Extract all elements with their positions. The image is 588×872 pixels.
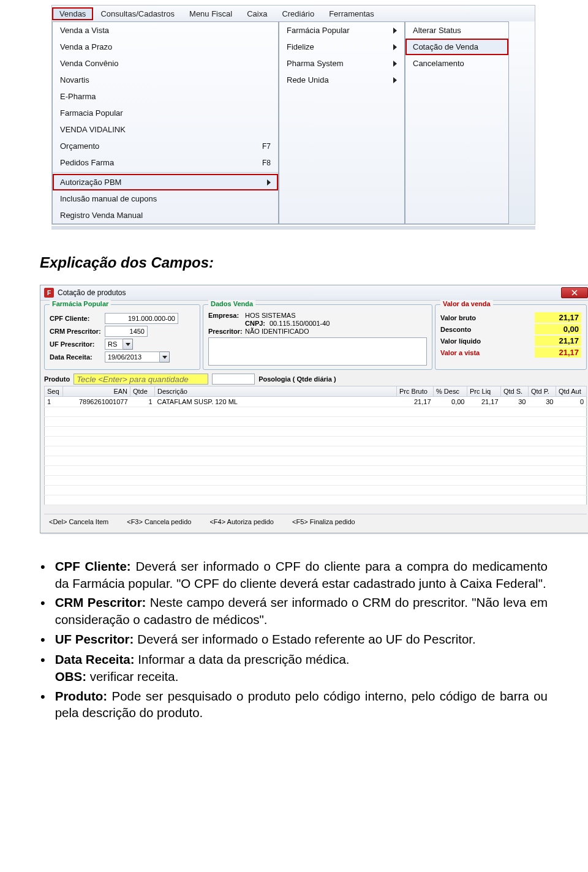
cell-qtd-aut: 0 [556,397,587,407]
window-bottom-edge [51,226,535,230]
menu-fiscal[interactable]: Menu Fiscal [182,7,239,20]
dd-label: Farmacia Popular [60,108,123,118]
group-legend: Dados Venda [208,300,255,307]
dd-label: Novartis [60,75,89,85]
obs-strong: OBS: [55,669,86,683]
dd-venda-prazo[interactable]: Venda a Prazo [53,39,278,55]
dd3-alterar-status[interactable]: Alterar Status [405,22,508,39]
close-button[interactable] [561,287,588,298]
label-liquido: Valor líquido [440,337,481,345]
bullet-strong: CRM Pescritor: [55,595,146,609]
textarea-obs[interactable] [208,337,427,366]
dd-venda-vidalink[interactable]: VENDA VIDALINK [53,121,278,138]
col-pct-desc: % Desc [434,386,467,397]
input-crm[interactable] [105,326,148,337]
chevron-down-icon [162,356,167,359]
dd2-fidelize[interactable]: Fidelize [279,39,404,55]
cell-ean: 7896261001077 [63,397,130,407]
dd2-rede-unida[interactable]: Rede Unida [279,72,404,88]
input-produto[interactable] [74,374,208,385]
table-row [45,466,587,476]
group-valor-venda: Valor da venda Valor bruto21,17 Desconto… [435,304,587,370]
hint-f3: <F3> Cancela pedido [127,518,191,525]
value-desconto: 0,00 [535,324,581,334]
bullet-item: • UF Pescritor: Deverá ser informado o E… [40,631,548,649]
table-row[interactable]: 1 7896261001077 1 CATAFLAM SUSP. 120 ML … [45,397,587,407]
menu-caixa[interactable]: Caixa [239,7,274,20]
chevron-down-icon [126,343,130,346]
bullet-icon: • [40,688,45,721]
dd-label: Venda a Prazo [60,42,112,51]
menu-ferramentas[interactable]: Ferramentas [322,7,382,20]
dd-label: Inclusão manual de cupons [60,194,157,203]
dd-epharma[interactable]: E-Pharma [53,88,278,105]
dd-autorizacao-pbm[interactable]: Autorização PBM [53,174,278,190]
menu-crediario[interactable]: Crediário [274,7,322,20]
dialog-footer: <Del> Cancela Item <F3> Cancela pedido <… [44,514,587,529]
label-avista: Valor a vista [440,349,480,356]
dd-label: Autorização PBM [60,178,121,187]
bullet-item: • CRM Pescritor: Neste campo deverá ser … [40,594,548,628]
table-row [45,417,587,427]
dd-registro-venda[interactable]: Registro Venda Manual [53,207,278,224]
dd-label: Venda a Vista [60,26,109,35]
group-dados-venda: Dados Venda Empresa: HOS SISTEMAS CNPJ: … [203,304,432,370]
dropdown-button[interactable] [123,339,133,350]
dd2-pharma-system[interactable]: Pharma System [279,55,404,72]
content-bullets: • CPF Cliente: Deverá ser informado o CP… [40,558,548,721]
dd-label: Registro Venda Manual [60,211,143,220]
dd-venda-vista[interactable]: Venda a Vista [53,22,278,39]
bullet-item: • CPF Cliente: Deverá ser informado o CP… [40,558,548,592]
section-heading: Explicação dos Campos: [40,254,588,271]
dd-inclusao-cupons[interactable]: Inclusão manual de cupons [53,190,278,207]
dd-venda-convenio[interactable]: Venda Convênio [53,55,278,72]
dropdown-button[interactable] [160,351,170,363]
bullet-text: Pode ser pesquisado o produto pelo códig… [55,689,548,720]
label-empresa: Empresa: [208,312,245,319]
dd-label: Alterar Status [413,26,461,35]
bullet-icon: • [40,631,45,649]
input-posologia[interactable] [212,374,255,385]
dd-label: Orçamento [60,141,99,151]
col-ean: EAN [63,386,130,397]
col-descricao: Descrição [155,386,397,397]
hint-f4: <F4> Autoriza pedido [209,518,274,525]
app-icon: F [44,288,54,298]
dropdown-pbm: Farmácia Popular Fidelize Pharma System … [279,21,405,224]
menu-vendas[interactable]: Vendas [52,7,93,20]
dialog-title: Cotação de produtos [58,288,126,297]
group-farmacia-popular: Farmácia Popular CPF Cliente: CRM Prescr… [44,304,200,370]
select-uf[interactable] [105,339,123,350]
menu-consultas[interactable]: Consultas/Cadastros [93,7,182,20]
dd-farmacia-popular[interactable]: Farmacia Popular [53,105,278,121]
dd-label: Cancelamento [413,59,464,68]
dd-label: Rede Unida [287,75,329,85]
dd-pedidos-farma[interactable]: Pedidos FarmaF8 [53,154,278,171]
dialog-titlebar: F Cotação de produtos [40,285,588,301]
input-cpf[interactable] [105,313,178,324]
dd-label: VENDA VIDALINK [60,125,126,134]
value-liquido: 21,17 [535,336,581,346]
label-cnpj: CNPJ: [245,320,270,327]
cell-prc-liq: 21,17 [467,397,501,407]
product-grid[interactable]: Seq EAN Qtde Descrição Prc Bruto % Desc … [44,386,587,514]
obs-text: verificar receita. [86,669,178,683]
submenu-arrow-icon [267,179,271,186]
group-legend: Valor da venda [440,300,493,307]
value-empresa: HOS SISTEMAS [245,312,296,319]
dd-shortcut: F7 [262,142,271,151]
dialog-cotacao: F Cotação de produtos Farmácia Popular C… [40,285,588,533]
dd-label: Pedidos Farma [60,158,114,167]
bullet-strong: CPF Cliente: [55,559,131,573]
dd-label: Fidelize [287,42,314,51]
dd3-cotacao-venda[interactable]: Cotação de Venda [405,39,508,55]
table-row [45,495,587,505]
hint-del: <Del> Cancela Item [49,518,108,525]
dd3-cancelamento[interactable]: Cancelamento [405,55,508,72]
dd-novartis[interactable]: Novartis [53,72,278,88]
menu-separator [53,172,278,173]
input-data-receita[interactable] [105,351,160,363]
cell-pct-desc: 0,00 [434,397,467,407]
dd-orcamento[interactable]: OrçamentoF7 [53,138,278,154]
dd2-farmacia-popular[interactable]: Farmácia Popular [279,22,404,39]
